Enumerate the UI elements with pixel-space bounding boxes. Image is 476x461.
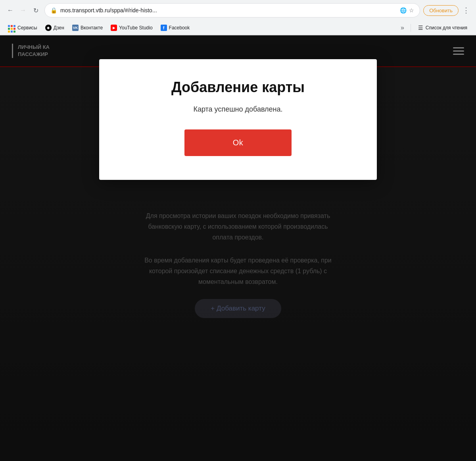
- reading-list-icon: ☰: [418, 25, 423, 31]
- translate-icon: 🌐: [400, 7, 407, 14]
- bookmarks-more-button[interactable]: »: [397, 23, 407, 32]
- modal-ok-button[interactable]: Ok: [184, 129, 292, 156]
- page-content: ЛИЧНЫЙ КА ПАССАЖИР Для просмотра истории…: [0, 35, 476, 461]
- bookmark-dzen[interactable]: ◈ Дзен: [42, 23, 67, 33]
- address-bar[interactable]: 🔒 mos.transport.vtb.ru/sppa/#/ride-histo…: [44, 3, 420, 17]
- forward-button[interactable]: →: [17, 5, 29, 16]
- bookmark-dzen-label: Дзен: [54, 25, 64, 31]
- services-icon: [8, 23, 15, 33]
- bookmark-facebook-label: Facebook: [169, 25, 190, 31]
- lock-icon: 🔒: [50, 7, 57, 14]
- bookmarks-separator: [411, 24, 411, 32]
- browser-actions: Обновить ⋮: [423, 4, 471, 16]
- youtube-icon: ▶: [111, 25, 117, 31]
- back-button[interactable]: ←: [5, 5, 16, 16]
- bookmark-facebook[interactable]: f Facebook: [157, 23, 193, 33]
- facebook-icon: f: [161, 25, 167, 31]
- bookmark-services[interactable]: Сервисы: [5, 21, 40, 34]
- nav-buttons: ← → ↻: [5, 5, 41, 16]
- vk-icon: VK: [72, 25, 79, 31]
- bookmarks-bar: Сервисы ◈ Дзен VK Вконтакте ▶ YouTube St…: [0, 21, 476, 35]
- modal-title: Добавление карты: [171, 79, 305, 96]
- bookmark-services-label: Сервисы: [17, 25, 37, 31]
- reload-button[interactable]: ↻: [30, 5, 41, 16]
- star-icon: ☆: [409, 7, 414, 14]
- modal-message: Карта успешно добавлена.: [193, 105, 282, 114]
- address-icons: 🌐 ☆: [400, 7, 414, 14]
- modal-overlay: Добавление карты Карта успешно добавлена…: [0, 35, 476, 461]
- reading-list-label: Список для чтения: [426, 25, 467, 31]
- browser-chrome: ← → ↻ 🔒 mos.transport.vtb.ru/sppa/#/ride…: [0, 0, 476, 35]
- bookmark-youtube[interactable]: ▶ YouTube Studio: [107, 23, 156, 33]
- browser-toolbar: ← → ↻ 🔒 mos.transport.vtb.ru/sppa/#/ride…: [0, 0, 476, 21]
- bookmark-vk-label: Вконтакте: [81, 25, 103, 31]
- dzen-icon: ◈: [45, 25, 52, 31]
- browser-menu-button[interactable]: ⋮: [461, 4, 471, 16]
- url-text: mos.transport.vtb.ru/sppa/#/ride-histo..…: [60, 7, 397, 14]
- modal-dialog: Добавление карты Карта успешно добавлена…: [99, 59, 377, 180]
- bookmark-vk[interactable]: VK Вконтакте: [69, 23, 106, 33]
- update-button[interactable]: Обновить: [423, 5, 459, 16]
- bookmark-youtube-label: YouTube Studio: [119, 25, 153, 31]
- reading-list-button[interactable]: ☰ Список для чтения: [414, 23, 471, 33]
